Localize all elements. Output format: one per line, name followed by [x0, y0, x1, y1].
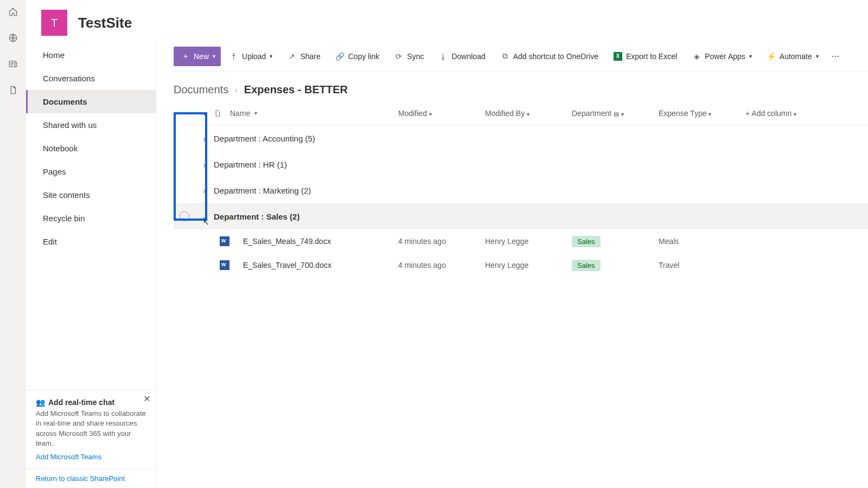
download-label: Download — [451, 52, 485, 61]
chevron-down-icon: ▾ — [794, 111, 796, 117]
site-tile[interactable]: T — [41, 10, 67, 36]
group-hr[interactable]: › Department : HR (1) — [174, 151, 868, 177]
expand-toggle[interactable]: › — [195, 160, 214, 169]
col-modified-label: Modified — [398, 109, 427, 118]
col-modified[interactable]: Modified ▾ — [398, 109, 485, 118]
home-icon[interactable] — [8, 7, 18, 17]
automate-button[interactable]: ⚡ Automate ▾ — [761, 47, 825, 66]
teams-icon: 👥 — [36, 398, 45, 407]
content-area: ＋ New ▾ ⭱ Upload ▾ ↗ Share 🔗 — [156, 41, 868, 488]
collapse-toggle[interactable]: ⌄ — [195, 211, 214, 221]
new-label: New — [194, 52, 209, 61]
group-label: Department : Sales (2) — [214, 212, 868, 221]
file-icon[interactable] — [8, 85, 18, 95]
shortcut-button[interactable]: ⧉ Add shortcut to OneDrive — [494, 47, 605, 66]
plus-icon: + — [745, 109, 750, 118]
close-icon[interactable]: ✕ — [143, 394, 150, 404]
site-title[interactable]: TestSite — [78, 15, 132, 31]
expand-toggle[interactable]: › — [195, 134, 214, 143]
col-department[interactable]: Department ▤ ▾ — [572, 109, 659, 118]
groupby-icon: ▤ — [614, 111, 619, 117]
dept-pill: Sales — [572, 236, 601, 247]
nav-notebook[interactable]: Notebook — [26, 137, 156, 160]
share-icon: ↗ — [288, 52, 296, 61]
sync-button[interactable]: ⟳ Sync — [388, 47, 430, 66]
chevron-down-icon: ▾ — [816, 53, 819, 59]
copylink-label: Copy link — [348, 52, 380, 61]
cell-modifiedby[interactable]: Henry Legge — [485, 237, 572, 246]
groupby-toggle[interactable]: ▾ — [195, 109, 214, 118]
export-label: Export to Excel — [626, 52, 677, 61]
group-label: Department : Marketing (2) — [214, 186, 868, 195]
automate-label: Automate — [780, 52, 812, 61]
group-label: Department : Accounting (5) — [214, 134, 868, 143]
col-expensetype[interactable]: Expense Type ▾ — [659, 109, 745, 118]
chevron-right-icon: › — [203, 160, 206, 169]
download-button[interactable]: ⭳ Download — [432, 47, 492, 66]
command-bar: ＋ New ▾ ⭱ Upload ▾ ↗ Share 🔗 — [174, 41, 868, 72]
cell-etype: Meals — [659, 237, 745, 246]
breadcrumb-root[interactable]: Documents — [174, 84, 228, 96]
promo-title: Add real-time chat — [48, 398, 114, 407]
shortcut-icon: ⧉ — [501, 52, 509, 61]
select-radio[interactable] — [180, 211, 189, 221]
col-etype-label: Expense Type — [659, 109, 706, 118]
nav-sitecontents[interactable]: Site contents — [26, 183, 156, 207]
chevron-down-icon: ▾ — [749, 53, 752, 59]
expand-toggle[interactable]: › — [195, 186, 214, 195]
document-list: ▾ Name▾ Modified ▾ Modified By ▾ Departm… — [174, 101, 868, 277]
new-button[interactable]: ＋ New ▾ — [174, 47, 221, 66]
upload-label: Upload — [242, 52, 266, 61]
chevron-right-icon: › — [203, 186, 206, 195]
left-nav: Home Conversations Documents Shared with… — [26, 41, 156, 488]
nav-documents[interactable]: Documents — [26, 90, 156, 113]
powerapps-label: Power Apps — [705, 52, 745, 61]
chevron-down-icon: ⌄ — [201, 211, 208, 221]
nav-conversations[interactable]: Conversations — [26, 67, 156, 90]
add-column[interactable]: + Add column ▾ — [745, 109, 821, 118]
download-icon: ⭳ — [439, 52, 448, 61]
plus-icon: ＋ — [181, 52, 190, 61]
shortcut-label: Add shortcut to OneDrive — [513, 52, 598, 61]
nav-shared[interactable]: Shared with us — [26, 113, 156, 137]
upload-button[interactable]: ⭱ Upload ▾ — [223, 47, 279, 66]
classic-link[interactable]: Return to classic SharePoint — [26, 468, 156, 488]
share-button[interactable]: ↗ Share — [281, 47, 327, 66]
col-modifiedby-label: Modified By — [485, 109, 525, 118]
globe-icon[interactable] — [8, 33, 18, 43]
col-name[interactable]: Name▾ — [230, 109, 398, 118]
filetype-column[interactable] — [214, 109, 230, 118]
cell-modified: 4 minutes ago — [398, 237, 485, 246]
more-button[interactable]: ⋯ — [827, 47, 844, 66]
group-sales[interactable]: ⌄ Department : Sales (2) — [174, 203, 868, 229]
chevron-down-icon: ▾ — [203, 109, 207, 118]
news-icon[interactable] — [8, 59, 18, 69]
table-row[interactable]: E_Sales_Travel_700.docx 4 minutes ago He… — [174, 253, 868, 277]
chevron-down-icon: ▾ — [254, 110, 257, 116]
link-icon: 🔗 — [336, 52, 344, 61]
site-header: T TestSite — [26, 0, 868, 41]
promo-link[interactable]: Add Microsoft Teams — [36, 453, 146, 461]
chevron-down-icon: ▾ — [429, 111, 432, 117]
nav-recyclebin[interactable]: Recycle bin — [26, 207, 156, 230]
nav-home[interactable]: Home — [26, 43, 156, 67]
chevron-down-icon: ▾ — [709, 111, 711, 117]
teams-promo: ✕ 👥Add real-time chat Add Microsoft Team… — [26, 390, 156, 468]
cell-modified: 4 minutes ago — [398, 261, 485, 269]
group-accounting[interactable]: › Department : Accounting (5) — [174, 125, 868, 151]
powerapps-button[interactable]: ◈ Power Apps ▾ — [686, 47, 758, 66]
chevron-down-icon: ▾ — [270, 53, 272, 59]
chevron-down-icon: ▾ — [621, 111, 624, 117]
table-row[interactable]: E_Sales_Meals_749.docx 4 minutes ago Hen… — [174, 229, 868, 253]
nav-edit[interactable]: Edit — [26, 230, 156, 253]
export-button[interactable]: X Export to Excel — [607, 47, 684, 66]
copylink-button[interactable]: 🔗 Copy link — [329, 47, 386, 66]
automate-icon: ⚡ — [767, 52, 776, 61]
file-name[interactable]: E_Sales_Meals_749.docx — [230, 237, 398, 246]
word-icon — [220, 260, 229, 270]
nav-pages[interactable]: Pages — [26, 160, 156, 183]
file-name[interactable]: E_Sales_Travel_700.docx — [230, 261, 398, 269]
cell-modifiedby[interactable]: Henry Legge — [485, 261, 572, 269]
group-marketing[interactable]: › Department : Marketing (2) — [174, 177, 868, 203]
col-modifiedby[interactable]: Modified By ▾ — [485, 109, 572, 118]
